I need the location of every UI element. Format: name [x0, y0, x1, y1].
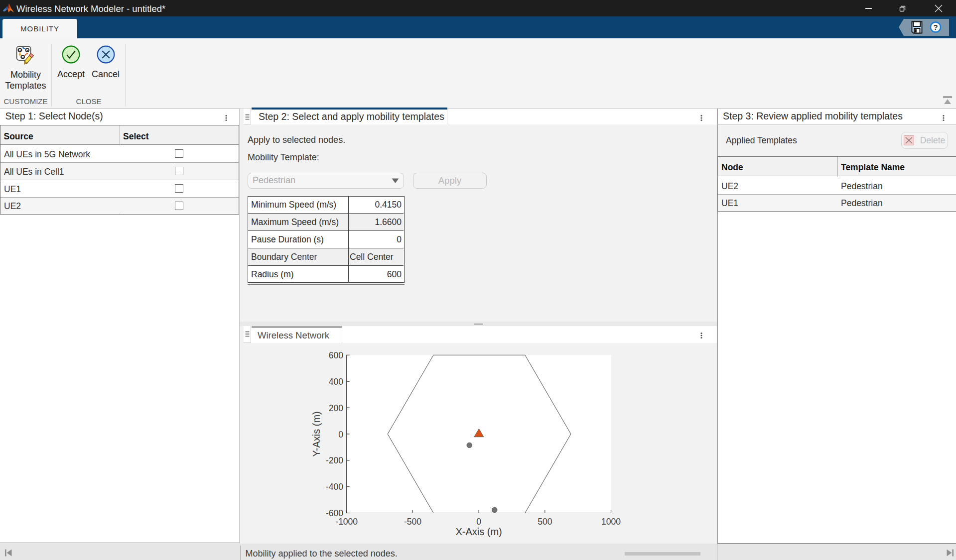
svg-text:200: 200 [329, 403, 343, 413]
svg-text:?: ? [933, 23, 938, 31]
svg-text:-1000: -1000 [335, 517, 358, 527]
svg-text:400: 400 [329, 377, 343, 387]
svg-text:X-Axis (m): X-Axis (m) [455, 526, 502, 537]
svg-text:-400: -400 [326, 482, 343, 492]
svg-text:-200: -200 [326, 455, 343, 465]
svg-text:Y-Axis (m): Y-Axis (m) [311, 411, 322, 456]
svg-text:-500: -500 [404, 517, 421, 527]
svg-text:500: 500 [538, 517, 552, 527]
svg-text:0: 0 [476, 517, 481, 527]
svg-text:1000: 1000 [601, 517, 621, 527]
svg-text:600: 600 [329, 350, 343, 360]
svg-text:0: 0 [338, 430, 343, 440]
